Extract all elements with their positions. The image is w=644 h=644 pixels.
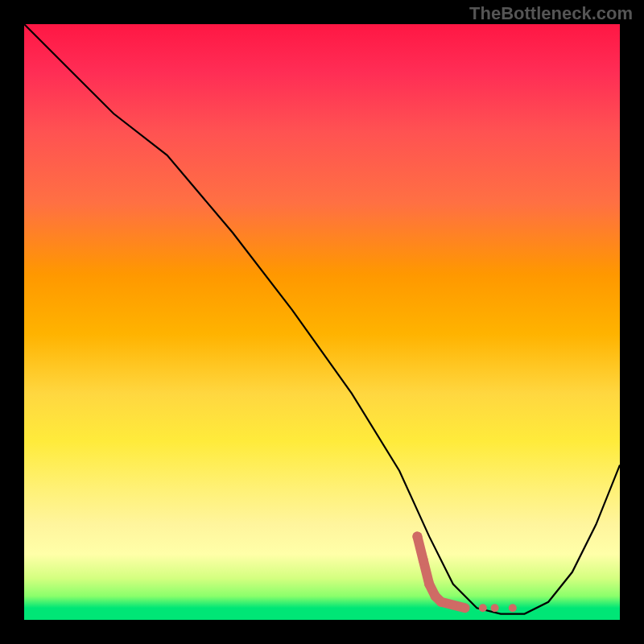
- optimal-marker-dot: [424, 580, 434, 589]
- optimal-marker-dot: [419, 555, 428, 565]
- optimal-zone-marker-group: [412, 531, 516, 612]
- optimal-marker-dot: [509, 604, 517, 612]
- optimal-marker-dot: [449, 601, 457, 609]
- optimal-marker-dot: [412, 531, 422, 541]
- optimal-marker-dot: [436, 597, 446, 607]
- chart-plot-area: [24, 24, 620, 620]
- optimal-marker-dot: [479, 604, 487, 612]
- chart-overlay-svg: [24, 24, 620, 620]
- bottleneck-curve-line: [24, 24, 620, 614]
- optimal-marker-dot: [491, 604, 499, 612]
- attribution-text: TheBottleneck.com: [469, 3, 633, 24]
- optimal-marker-dot: [461, 604, 469, 612]
